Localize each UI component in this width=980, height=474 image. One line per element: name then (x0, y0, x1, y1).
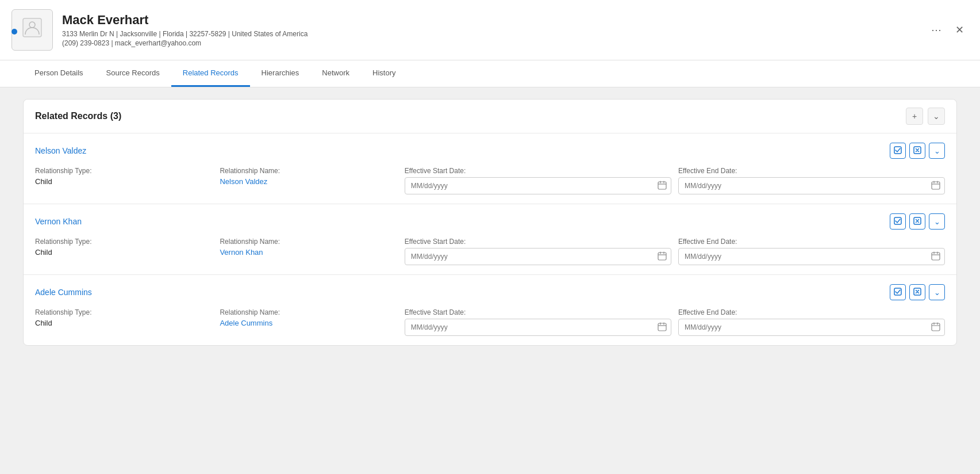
more-options-button[interactable]: ⋯ (927, 21, 946, 39)
record-name-nelson-valdez[interactable]: Nelson Valdez (35, 146, 86, 155)
start-date-input-1[interactable] (405, 177, 671, 194)
record-actions: ⌄ (890, 284, 945, 300)
start-date-input-wrapper (405, 177, 671, 194)
record-item: Nelson Valdez (24, 133, 956, 204)
effective-start-date-field: Effective Start Date: (405, 308, 671, 336)
relationship-type-value: Child (35, 177, 52, 186)
record-fields: Relationship Type: Child Relationship Na… (35, 167, 945, 194)
relationship-name-field: Relationship Name: Nelson Valdez (220, 167, 397, 186)
confirm-record-button-3[interactable] (890, 284, 906, 300)
effective-end-date-field: Effective End Date: (678, 167, 945, 194)
end-date-input-1[interactable] (678, 177, 945, 194)
tab-source-records[interactable]: Source Records (95, 60, 171, 87)
header-left-section: Mack Everhart 3133 Merlin Dr N | Jackson… (11, 9, 308, 51)
record-header: Vernon Khan (35, 213, 945, 230)
tabs-navigation: Person Details Source Records Related Re… (0, 60, 980, 87)
record-actions: ⌄ (890, 213, 945, 230)
remove-record-button-1[interactable] (909, 143, 925, 159)
tab-hierarchies[interactable]: Hierarchies (250, 60, 311, 87)
tab-related-records[interactable]: Related Records (171, 60, 250, 87)
relationship-name-value[interactable]: Nelson Valdez (220, 177, 267, 186)
x-icon (913, 288, 921, 297)
tab-person-details[interactable]: Person Details (23, 60, 95, 87)
expand-record-button-2[interactable]: ⌄ (929, 213, 945, 230)
end-date-input-wrapper (678, 248, 945, 265)
panel-header: Related Records (3) + ⌄ (24, 100, 956, 133)
effective-start-date-field: Effective Start Date: (405, 238, 671, 265)
relationship-type-label: Relationship Type: (35, 238, 213, 246)
status-indicator (11, 29, 17, 35)
start-date-input-3[interactable] (405, 319, 671, 336)
person-address: 3133 Merlin Dr N | Jacksonville | Florid… (62, 30, 308, 38)
effective-end-date-field: Effective End Date: (678, 308, 945, 336)
confirm-record-button-2[interactable] (890, 213, 906, 230)
effective-end-date-label: Effective End Date: (678, 308, 945, 316)
x-icon (913, 217, 921, 227)
relationship-name-label: Relationship Name: (220, 308, 397, 316)
record-fields: Relationship Type: Child Relationship Na… (35, 238, 945, 265)
relationship-type-field: Relationship Type: Child (35, 308, 213, 327)
confirm-record-button-1[interactable] (890, 143, 906, 159)
chevron-down-icon: ⌄ (934, 217, 940, 226)
close-button[interactable]: ✕ (951, 21, 969, 39)
check-icon (894, 217, 902, 227)
panel-title: Related Records (3) (35, 111, 121, 121)
relationship-type-value: Child (35, 248, 52, 257)
relationship-type-field: Relationship Type: Child (35, 167, 213, 186)
check-icon (894, 288, 902, 297)
relationship-name-value[interactable]: Adele Cummins (220, 319, 272, 327)
end-date-input-3[interactable] (678, 319, 945, 336)
panel-header-actions: + ⌄ (906, 108, 945, 125)
end-date-input-wrapper (678, 177, 945, 194)
start-date-input-2[interactable] (405, 248, 671, 265)
check-icon (894, 146, 902, 156)
collapse-panel-button[interactable]: ⌄ (928, 108, 945, 125)
effective-start-date-label: Effective Start Date: (405, 167, 671, 175)
effective-end-date-label: Effective End Date: (678, 167, 945, 175)
record-item: Vernon Khan (24, 204, 956, 275)
relationship-type-label: Relationship Type: (35, 167, 213, 175)
record-item: Adele Cummins (24, 275, 956, 345)
add-record-button[interactable]: + (906, 108, 923, 125)
relationship-name-value[interactable]: Vernon Khan (220, 248, 263, 257)
remove-record-button-2[interactable] (909, 213, 925, 230)
effective-start-date-label: Effective Start Date: (405, 308, 671, 316)
person-header: Mack Everhart 3133 Merlin Dr N | Jackson… (0, 0, 980, 60)
main-content: Related Records (3) + ⌄ Nelson Valdez (0, 87, 980, 357)
person-contact: (209) 239-0823 | mack_everhart@yahoo.com (62, 39, 308, 47)
effective-end-date-field: Effective End Date: (678, 238, 945, 265)
effective-start-date-label: Effective Start Date: (405, 238, 671, 246)
relationship-type-value: Child (35, 319, 52, 327)
relationship-name-field: Relationship Name: Vernon Khan (220, 238, 397, 257)
start-date-input-wrapper (405, 248, 671, 265)
person-name: Mack Everhart (62, 13, 308, 28)
expand-record-button-1[interactable]: ⌄ (929, 143, 945, 159)
avatar-image-icon (22, 17, 43, 43)
start-date-input-wrapper (405, 319, 671, 336)
record-name-adele-cummins[interactable]: Adele Cummins (35, 288, 92, 297)
expand-record-button-3[interactable]: ⌄ (929, 284, 945, 300)
record-name-vernon-khan[interactable]: Vernon Khan (35, 217, 82, 226)
tab-network[interactable]: Network (310, 60, 361, 87)
record-header: Nelson Valdez (35, 143, 945, 159)
relationship-type-field: Relationship Type: Child (35, 238, 213, 257)
chevron-down-icon: ⌄ (934, 288, 940, 297)
end-date-input-2[interactable] (678, 248, 945, 265)
tab-history[interactable]: History (361, 60, 407, 87)
remove-record-button-3[interactable] (909, 284, 925, 300)
plus-icon: + (912, 112, 917, 121)
relationship-name-label: Relationship Name: (220, 238, 397, 246)
record-actions: ⌄ (890, 143, 945, 159)
relationship-name-label: Relationship Name: (220, 167, 397, 175)
end-date-input-wrapper (678, 319, 945, 336)
chevron-down-icon: ⌄ (934, 147, 940, 155)
header-actions: ⋯ ✕ (927, 21, 969, 39)
record-header: Adele Cummins (35, 284, 945, 300)
chevron-down-icon: ⌄ (933, 112, 940, 121)
relationship-name-field: Relationship Name: Adele Cummins (220, 308, 397, 327)
x-icon (913, 146, 921, 156)
related-records-panel: Related Records (3) + ⌄ Nelson Valdez (23, 99, 957, 346)
effective-end-date-label: Effective End Date: (678, 238, 945, 246)
effective-start-date-field: Effective Start Date: (405, 167, 671, 194)
record-fields: Relationship Type: Child Relationship Na… (35, 308, 945, 336)
